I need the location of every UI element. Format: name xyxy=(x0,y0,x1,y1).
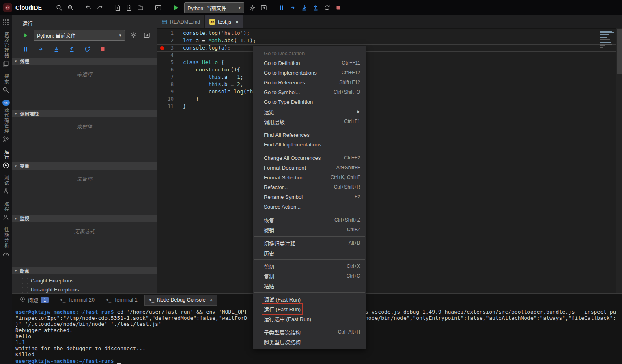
breakpoint-dot[interactable] xyxy=(160,46,164,50)
code-text[interactable]: constructor(){ xyxy=(183,66,240,73)
step-out-icon[interactable] xyxy=(310,2,321,13)
gutter[interactable]: 1 xyxy=(157,30,183,37)
stop-icon[interactable] xyxy=(333,2,344,13)
code-line[interactable]: 8 this.b = 2; xyxy=(157,81,622,88)
menu-item[interactable]: Go to Symbol...Ctrl+Shift+O xyxy=(253,87,366,97)
new-file-icon[interactable] xyxy=(112,2,123,13)
menu-item[interactable]: Go to Type Definition xyxy=(253,97,366,107)
code-text[interactable]: console.log(thi xyxy=(183,88,256,95)
scrollbar[interactable] xyxy=(616,28,622,293)
menu-item[interactable]: Find All References xyxy=(253,130,366,140)
step-over-icon[interactable] xyxy=(36,44,46,54)
code-line[interactable]: 2let a = Math.abs(-1.1); xyxy=(157,37,622,44)
gutter[interactable]: 3 xyxy=(157,44,183,52)
search-zoom-out-icon[interactable] xyxy=(65,2,76,13)
gutter[interactable]: 6 xyxy=(157,66,183,73)
pause-icon[interactable] xyxy=(276,2,287,13)
menu-item[interactable]: 剪切Ctrl+X xyxy=(253,261,366,271)
code-line[interactable]: 7 this.a = 1; xyxy=(157,73,622,81)
code-line[interactable]: 1console.log('hello'); xyxy=(157,30,622,37)
gutter[interactable]: 8 xyxy=(157,81,183,88)
menu-item[interactable]: Format DocumentAlt+Shift+F xyxy=(253,163,366,172)
code-area[interactable]: 1console.log('hello');2let a = Math.abs(… xyxy=(157,29,622,293)
editor-tab[interactable]: README.md xyxy=(157,15,205,28)
gutter[interactable]: 2 xyxy=(157,37,183,44)
menu-item[interactable]: 撤销Ctrl+Z xyxy=(253,225,366,235)
debug-start-button[interactable] xyxy=(20,30,30,40)
pause-icon[interactable] xyxy=(21,44,30,54)
activity-item-perf[interactable]: 性能分析 xyxy=(2,227,10,258)
breakpoint-checkbox[interactable] xyxy=(22,287,28,293)
activity-item-search[interactable]: 搜索 xyxy=(2,73,10,94)
code-line[interactable]: 5class Hello { xyxy=(157,59,622,66)
code-line[interactable]: 10 } xyxy=(157,95,622,103)
go-to-file-icon[interactable] xyxy=(124,2,134,13)
menu-item[interactable]: Go to ImplementationsCtrl+F12 xyxy=(253,68,366,78)
section-header-variables[interactable]: ▼变量 xyxy=(12,162,157,170)
step-into-icon[interactable] xyxy=(52,44,61,54)
menu-item[interactable]: Find All Implementations xyxy=(253,140,366,149)
section-header-breakpoints[interactable]: ▼断点 xyxy=(12,267,157,274)
code-text[interactable]: class Hello { xyxy=(183,59,224,66)
menu-item[interactable]: Format SelectionCtrl+K, Ctrl+F xyxy=(253,172,366,182)
code-text[interactable]: } xyxy=(183,95,199,103)
breakpoint-checkbox[interactable] xyxy=(22,278,28,284)
folders-icon[interactable] xyxy=(135,2,146,13)
restart-icon[interactable] xyxy=(82,44,92,54)
menu-item[interactable]: 超类型层次结构 xyxy=(253,337,366,347)
activity-item-run[interactable]: 运行 xyxy=(2,149,10,170)
debug-config-select[interactable]: Python: 当前文件 ▼ xyxy=(34,30,125,41)
close-icon[interactable]: × xyxy=(235,19,239,25)
redo-icon[interactable] xyxy=(95,2,105,13)
gutter[interactable]: 10 xyxy=(157,95,183,103)
breakpoint-row[interactable]: Uncaught Exceptions xyxy=(12,285,157,293)
run-button[interactable] xyxy=(171,2,181,13)
menu-item[interactable]: 速览▶ xyxy=(253,107,366,116)
section-header-watch[interactable]: ▼监视 xyxy=(12,215,157,222)
panel-tab[interactable]: >_Terminal 20 xyxy=(56,295,99,306)
open-console-icon[interactable] xyxy=(258,2,269,13)
menu-item[interactable]: 调用层级Ctrl+F1 xyxy=(253,116,366,126)
menu-item[interactable]: 历史 xyxy=(253,248,366,258)
menu-item[interactable]: Source Action... xyxy=(253,202,366,211)
code-text[interactable]: console.log('hello'); xyxy=(183,30,250,37)
gutter[interactable]: 9 xyxy=(157,88,183,95)
menu-item[interactable]: Go to DefinitionCtrl+F11 xyxy=(253,58,366,68)
gutter[interactable]: 7 xyxy=(157,73,183,81)
menu-item[interactable]: 调试 (Fast Run) xyxy=(253,294,366,304)
menu-item[interactable]: 运行 (Fast Run) xyxy=(253,304,366,314)
code-line[interactable]: 6 constructor(){ xyxy=(157,66,622,73)
code-text[interactable]: this.b = 2; xyxy=(183,81,243,88)
gutter[interactable]: 4 xyxy=(157,52,183,59)
code-text[interactable]: let a = Math.abs(-1.1); xyxy=(183,37,256,44)
code-line[interactable]: 9 console.log(thi xyxy=(157,88,622,95)
stop-icon[interactable] xyxy=(98,44,108,54)
panel-tab[interactable]: 问题1 xyxy=(15,295,53,306)
code-line[interactable]: 11} xyxy=(157,103,622,110)
gear-icon[interactable] xyxy=(247,2,258,13)
run-config-select[interactable]: Python: 当前文件 ▼ xyxy=(184,2,244,13)
terminal-icon[interactable] xyxy=(153,2,164,13)
activity-item-explorer[interactable]: 资源管理器 xyxy=(2,32,10,68)
menu-item[interactable]: 子类型层次结构Ctrl+Alt+H xyxy=(253,327,366,337)
breakpoint-row[interactable]: Caught Exceptions xyxy=(12,276,157,285)
undo-icon[interactable] xyxy=(83,2,94,13)
menu-item[interactable]: 恢复Ctrl+Shift+Z xyxy=(253,215,366,225)
open-console-icon[interactable] xyxy=(142,30,152,40)
code-text[interactable]: console.log(a); xyxy=(183,44,230,52)
activity-item-test[interactable]: 测试 xyxy=(2,175,10,196)
panel-tab[interactable]: >_Terminal 1 xyxy=(101,295,142,306)
close-icon[interactable]: × xyxy=(210,297,213,303)
menu-item[interactable]: Go to ReferencesShift+F12 xyxy=(253,78,366,87)
restart-icon[interactable] xyxy=(322,2,332,13)
step-into-icon[interactable] xyxy=(299,2,310,13)
code-line[interactable]: 4 xyxy=(157,52,622,59)
code-text[interactable]: } xyxy=(183,103,186,110)
menu-item[interactable]: Rename SymbolF2 xyxy=(253,192,366,202)
editor-tab[interactable]: JStest.js× xyxy=(205,15,243,28)
menu-item[interactable]: 复制Ctrl+C xyxy=(253,271,366,281)
menu-item[interactable]: Change All OccurrencesCtrl+F2 xyxy=(253,153,366,163)
section-header-callstack[interactable]: ▼调用堆栈 xyxy=(12,110,157,117)
step-over-icon[interactable] xyxy=(288,2,298,13)
code-line[interactable]: 3console.log(a); xyxy=(157,44,622,52)
